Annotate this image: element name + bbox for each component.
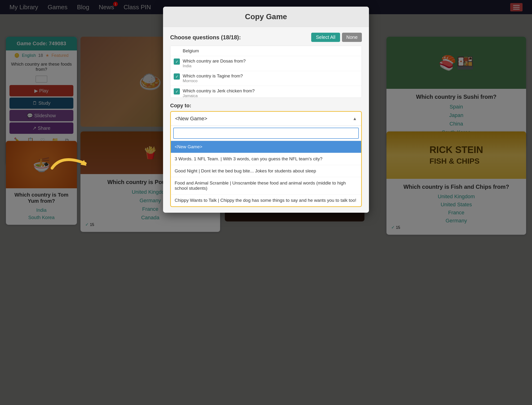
- question-checkbox[interactable]: ✓: [174, 59, 180, 65]
- question-content: Which country are Dosas from? India: [183, 59, 246, 68]
- dropdown-current-value: <New Game>: [175, 115, 207, 122]
- dropdown-search-area: [171, 126, 361, 141]
- question-text: Which country are Dosas from?: [183, 59, 246, 64]
- questions-list: Belgium ✓ Which country are Dosas from? …: [170, 46, 362, 98]
- dropdown-option-food-scramble[interactable]: Food and Animal Scramble | Unscramble th…: [171, 177, 361, 195]
- modal-title: Copy Game: [163, 7, 369, 27]
- question-sub: Morroco: [183, 79, 243, 83]
- dropdown-selected-value[interactable]: <New Game> ▲: [171, 112, 361, 126]
- question-item-dosas[interactable]: ✓ Which country are Dosas from? India: [171, 56, 361, 71]
- select-all-button[interactable]: Select All: [311, 33, 340, 42]
- question-content: Which country is Jerk chicken from? Jama…: [183, 88, 255, 98]
- question-item-belgium: Belgium: [171, 46, 361, 56]
- choose-questions-header: Choose questions (18/18): Select All Non…: [170, 33, 362, 42]
- question-checkbox[interactable]: ✓: [174, 74, 180, 80]
- dropdown-option-new-game[interactable]: <New Game>: [171, 141, 361, 153]
- dropdown-search-input[interactable]: [173, 128, 359, 139]
- question-checkbox[interactable]: ✓: [174, 88, 180, 94]
- question-sub: India: [183, 64, 246, 68]
- choose-actions: Select All None: [311, 33, 362, 42]
- question-text: Which country is Jerk chicken from?: [183, 88, 255, 94]
- question-text: Belgium: [183, 48, 199, 54]
- none-button[interactable]: None: [342, 33, 362, 42]
- question-item-jerk[interactable]: ✓ Which country is Jerk chicken from? Ja…: [171, 86, 361, 98]
- choose-label: Choose questions (18/18):: [170, 34, 241, 41]
- modal-body: Choose questions (18/18): Select All Non…: [163, 27, 369, 213]
- question-content: Which country is Tagine from? Morroco: [183, 74, 243, 83]
- question-item-tagine[interactable]: ✓ Which country is Tagine from? Morroco: [171, 71, 361, 86]
- dropdown-options-list: <New Game> 3 Words. 1 NFL Team. | With 3…: [171, 141, 361, 206]
- dropdown-option-chippy[interactable]: Chippy Wants to Talk | Chippy the dog ha…: [171, 195, 361, 206]
- copy-to-label: Copy to:: [170, 102, 362, 109]
- dropdown-option-nfl[interactable]: 3 Words. 1 NFL Team. | With 3 words, can…: [171, 153, 361, 165]
- dropdown-arrow-icon: ▲: [353, 116, 357, 121]
- copy-to-dropdown[interactable]: <New Game> ▲ <New Game> 3 Words. 1 NFL T…: [170, 111, 362, 207]
- copy-game-modal: Copy Game Choose questions (18/18): Sele…: [163, 7, 369, 213]
- question-text: Which country is Tagine from?: [183, 74, 243, 79]
- question-sub: Jamaica: [183, 94, 255, 98]
- dropdown-option-good-night[interactable]: Good Night | Dont let the bed bug bite..…: [171, 165, 361, 177]
